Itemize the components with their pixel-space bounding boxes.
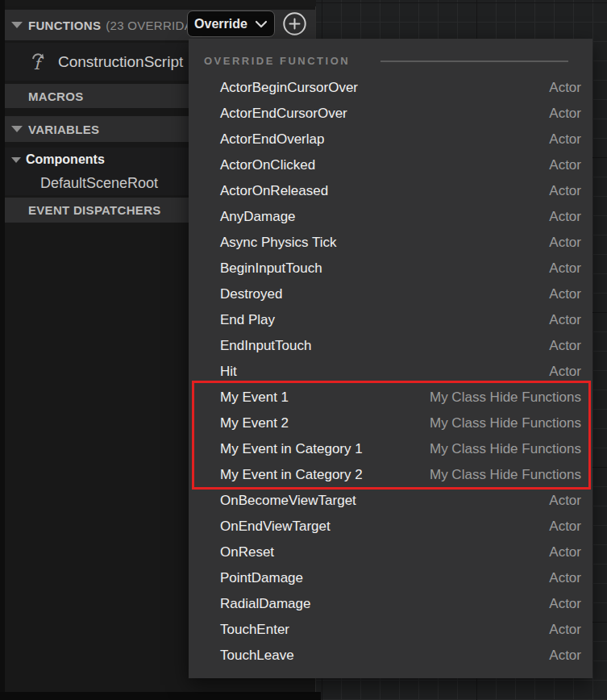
plus-circle-icon xyxy=(282,11,307,36)
override-function-row[interactable]: RadialDamage Actor xyxy=(189,591,592,617)
function-name: PointDamage xyxy=(220,570,549,586)
override-dropdown-button[interactable]: Override xyxy=(187,10,275,37)
function-source-class: Actor xyxy=(549,493,581,509)
function-name: ActorOnClicked xyxy=(220,157,549,173)
function-icon: f xyxy=(29,51,52,73)
override-function-row[interactable]: EndInputTouch Actor xyxy=(189,333,592,359)
override-function-list: ActorBeginCursorOver Actor ActorEndCurso… xyxy=(189,75,592,669)
override-function-row[interactable]: TouchLeave Actor xyxy=(189,643,592,669)
overridable-count: (23 OVERRIDABLE) xyxy=(106,19,188,32)
collapse-arrow-icon[interactable] xyxy=(11,157,21,163)
override-function-row[interactable]: OnReset Actor xyxy=(189,540,592,565)
function-name: OnReset xyxy=(220,544,549,560)
override-button-label: Override xyxy=(194,17,247,31)
window-top-edge xyxy=(0,0,316,6)
function-source-class: Actor xyxy=(549,157,581,173)
function-name: TouchLeave xyxy=(220,648,549,664)
override-function-row[interactable]: Async Physics Tick Actor xyxy=(189,230,592,256)
function-source-class: Actor xyxy=(549,131,581,148)
chevron-down-icon xyxy=(255,20,268,28)
variables-section-label: VARIABLES xyxy=(28,123,99,136)
function-source-class: My Class Hide Functions xyxy=(430,467,581,483)
override-function-menu: OVERRIDE FUNCTION ActorBeginCursorOver A… xyxy=(189,39,592,678)
override-function-row[interactable]: BeginInputTouch Actor xyxy=(189,256,592,281)
function-name: My Event in Category 1 xyxy=(220,441,430,457)
override-function-row[interactable]: AnyDamage Actor xyxy=(189,204,592,230)
function-source-class: Actor xyxy=(549,183,581,199)
function-name: Destroyed xyxy=(220,286,549,302)
function-name: Hit xyxy=(220,364,549,380)
components-category-label: Components xyxy=(26,152,105,167)
collapse-arrow-icon[interactable] xyxy=(11,126,23,132)
component-item-label: DefaultSceneRoot xyxy=(40,175,158,192)
function-source-class: Actor xyxy=(549,622,581,638)
function-name: ActorOnReleased xyxy=(220,183,549,199)
construction-script-label: ConstructionScript xyxy=(58,53,183,71)
override-function-row[interactable]: My Event in Category 1 My Class Hide Fun… xyxy=(189,436,592,462)
function-source-class: Actor xyxy=(549,519,581,535)
function-name: ActorEndCursorOver xyxy=(220,106,549,122)
override-function-row[interactable]: ActorBeginCursorOver Actor xyxy=(189,75,592,101)
override-function-row[interactable]: Hit Actor xyxy=(189,359,592,385)
macros-section-label: MACROS xyxy=(28,90,83,103)
function-source-class: Actor xyxy=(549,544,581,560)
function-source-class: Actor xyxy=(549,80,581,96)
function-name: BeginInputTouch xyxy=(220,260,549,277)
function-source-class: My Class Hide Functions xyxy=(430,415,581,431)
function-name: EndInputTouch xyxy=(220,338,549,354)
function-name: ActorBeginCursorOver xyxy=(220,80,549,96)
function-source-class: My Class Hide Functions xyxy=(430,441,581,457)
function-name: Async Physics Tick xyxy=(220,235,549,251)
function-source-class: Actor xyxy=(549,648,581,664)
function-source-class: Actor xyxy=(549,338,581,354)
function-source-class: Actor xyxy=(549,235,581,251)
function-name: TouchEnter xyxy=(220,622,549,638)
function-source-class: Actor xyxy=(549,570,581,586)
event-dispatchers-section-label: EVENT DISPATCHERS xyxy=(28,203,161,217)
override-function-row[interactable]: My Event 1 My Class Hide Functions xyxy=(189,385,592,410)
function-source-class: Actor xyxy=(549,209,581,225)
function-source-class: Actor xyxy=(549,596,581,612)
override-function-row[interactable]: My Event 2 My Class Hide Functions xyxy=(189,410,592,436)
function-source-class: Actor xyxy=(549,106,581,122)
collapse-arrow-icon[interactable] xyxy=(11,22,23,28)
override-function-row[interactable]: ActorEndOverlap Actor xyxy=(189,127,592,152)
override-function-row[interactable]: ActorEndCursorOver Actor xyxy=(189,101,592,127)
panel-bottom-edge xyxy=(0,692,321,700)
function-source-class: Actor xyxy=(549,260,581,277)
menu-title: OVERRIDE FUNCTION xyxy=(204,55,350,67)
function-name: End Play xyxy=(220,312,549,328)
function-name: AnyDamage xyxy=(220,209,549,225)
function-name: My Event in Category 2 xyxy=(220,467,430,483)
override-function-row[interactable]: OnEndViewTarget Actor xyxy=(189,514,592,540)
function-name: OnEndViewTarget xyxy=(220,519,549,535)
override-function-row[interactable]: TouchEnter Actor xyxy=(189,617,592,643)
function-name: ActorEndOverlap xyxy=(220,131,549,148)
function-source-class: My Class Hide Functions xyxy=(430,390,581,406)
function-name: OnBecomeViewTarget xyxy=(220,493,549,509)
override-function-menu-header: OVERRIDE FUNCTION xyxy=(189,39,592,75)
override-function-row[interactable]: Destroyed Actor xyxy=(189,281,592,307)
override-function-row[interactable]: OnBecomeViewTarget Actor xyxy=(189,488,592,514)
override-function-row[interactable]: PointDamage Actor xyxy=(189,565,592,591)
function-name: RadialDamage xyxy=(220,596,549,612)
function-source-class: Actor xyxy=(549,364,581,380)
add-function-button[interactable] xyxy=(282,11,307,36)
function-source-class: Actor xyxy=(549,312,581,328)
function-name: My Event 2 xyxy=(220,415,430,431)
function-source-class: Actor xyxy=(549,286,581,302)
override-function-row[interactable]: End Play Actor xyxy=(189,307,592,333)
override-function-row[interactable]: My Event in Category 2 My Class Hide Fun… xyxy=(189,462,592,488)
override-function-row[interactable]: ActorOnClicked Actor xyxy=(189,152,592,178)
function-name: My Event 1 xyxy=(220,390,430,406)
functions-section-label: FUNCTIONS (23 OVERRIDABLE) xyxy=(28,19,188,32)
override-function-row[interactable]: ActorOnReleased Actor xyxy=(189,178,592,204)
menu-title-rule xyxy=(380,60,568,62)
